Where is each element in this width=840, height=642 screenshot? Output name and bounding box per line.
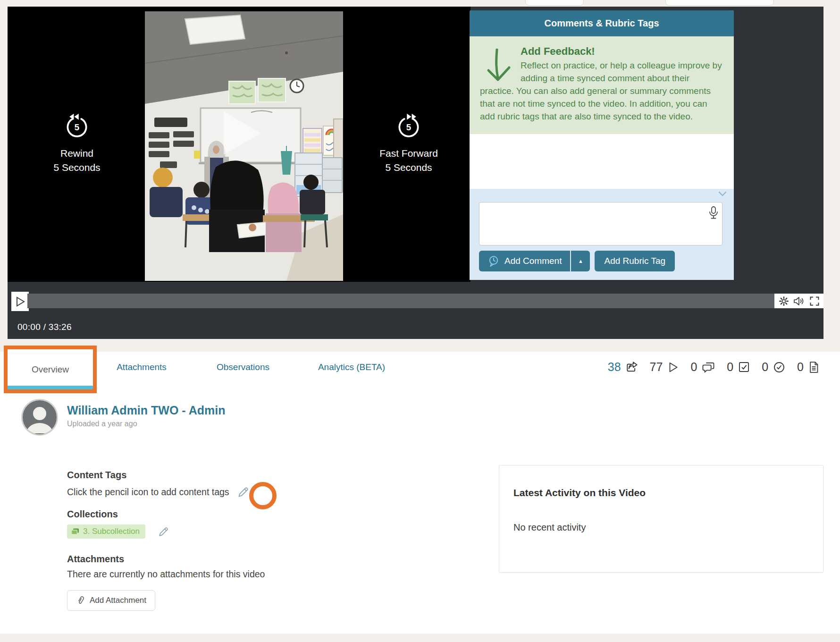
tab-overview[interactable]: Overview [8,349,93,389]
tab-attachments[interactable]: Attachments [117,362,167,372]
person-icon [23,400,57,434]
rewind-5-button[interactable]: 5 Rewind 5 Seconds [27,112,126,175]
volume-icon[interactable] [793,296,805,307]
video-detail-page: 5 Rewind 5 Seconds 5 Fast Forward 5 Seco… [0,0,840,642]
latest-activity-empty: No recent activity [513,522,809,533]
fast-forward-5-icon: 5 [395,112,422,139]
video-stats: 38 77 0 0 [608,360,820,374]
active-tab-underline [8,386,93,389]
stat-shares: 38 [608,360,638,374]
edit-collections-pencil-icon[interactable] [158,526,169,538]
play-icon [15,296,25,307]
add-attachment-button[interactable]: Add Attachment [67,590,155,611]
edit-content-tags-pencil-icon[interactable] [237,486,250,498]
collections-row: 3. Subcollection [67,524,169,539]
comment-textarea[interactable] [479,202,722,245]
add-comment-button[interactable]: Add Comment [479,251,570,271]
annotation-box-overview-tab: Overview [4,346,97,393]
feedback-body: Reflect on practice, or help a colleague… [480,60,722,121]
svg-text:5: 5 [406,122,411,132]
caret-up-icon: ▲ [578,258,583,264]
time-display: 00:00 / 33:26 [17,322,72,332]
circle-check-icon [773,361,786,374]
video-stage[interactable]: 5 Rewind 5 Seconds 5 Fast Forward 5 Seco… [8,7,470,282]
fast-forward-label: Fast Forward 5 Seconds [359,146,458,175]
play-button[interactable] [11,292,29,311]
uploader-name-link[interactable]: William Admin TWO - Admin [67,404,225,417]
checkbox-icon [738,361,750,373]
stat-notes: 0 [797,360,820,374]
video-player: 5 Rewind 5 Seconds 5 Fast Forward 5 Seco… [8,7,823,339]
svg-text:5: 5 [75,122,79,132]
stat-tasks: 0 [727,360,750,374]
microphone-icon[interactable] [708,206,719,220]
paperclip-icon [74,593,87,607]
comments-icon [701,361,715,374]
down-arrow-icon [486,49,512,84]
stat-approvals: 0 [762,360,786,374]
comment-list-empty [470,134,734,189]
rewind-label: Rewind 5 Seconds [27,146,126,175]
collections-heading: Collections [67,509,118,520]
fullscreen-icon[interactable] [809,296,820,307]
latest-activity-card: Latest Activity on this Video No recent … [499,465,823,573]
seek-bar[interactable] [27,294,774,308]
comment-composer: Add Comment ▲ Add Rubric Tag [470,189,734,280]
add-rubric-tag-button[interactable]: Add Rubric Tag [595,251,675,271]
attachments-empty-text: There are currently no attachments for t… [67,569,265,580]
play-overlay-icon[interactable] [221,110,262,157]
player-controls [774,294,823,308]
collection-tag[interactable]: 3. Subcollection [67,524,145,539]
chevron-down-icon[interactable] [718,191,727,196]
feedback-title: Add Feedback! [480,45,723,58]
play-count-icon [667,361,679,374]
collection-stack-icon [71,528,80,536]
tab-analytics[interactable]: Analytics (BETA) [318,362,385,372]
content-tags-hint-row: Click the pencil icon to add content tag… [67,486,250,498]
comments-rubric-panel: Comments & Rubric Tags Add Feedback! Ref… [470,10,734,280]
document-icon [808,361,820,374]
comment-bubble-clock-icon [487,255,500,267]
attachments-heading: Attachments [67,554,124,565]
latest-activity-heading: Latest Activity on this Video [513,487,809,498]
fast-forward-5-button[interactable]: 5 Fast Forward 5 Seconds [359,112,458,175]
tab-observations[interactable]: Observations [217,362,269,372]
stat-comments: 0 [690,360,715,374]
cropped-toolbar-button [665,0,774,6]
share-icon [625,361,638,374]
cropped-toolbar-button [525,0,584,6]
add-comment-options-button[interactable]: ▲ [571,251,590,271]
stat-plays: 77 [650,360,680,374]
panel-title: Comments & Rubric Tags [470,10,734,36]
content-tags-heading: Content Tags [67,470,126,481]
video-detail-content: Overview Attachments Observations Analyt… [0,352,840,634]
annotation-circle-pencil [249,482,277,509]
uploader-avatar[interactable] [21,399,58,436]
settings-gear-icon[interactable] [778,296,790,307]
uploaded-timestamp: Uploaded a year ago [67,420,137,428]
add-feedback-callout: Add Feedback! Reflect on practice, or he… [470,36,734,134]
rewind-5-icon: 5 [64,112,90,139]
